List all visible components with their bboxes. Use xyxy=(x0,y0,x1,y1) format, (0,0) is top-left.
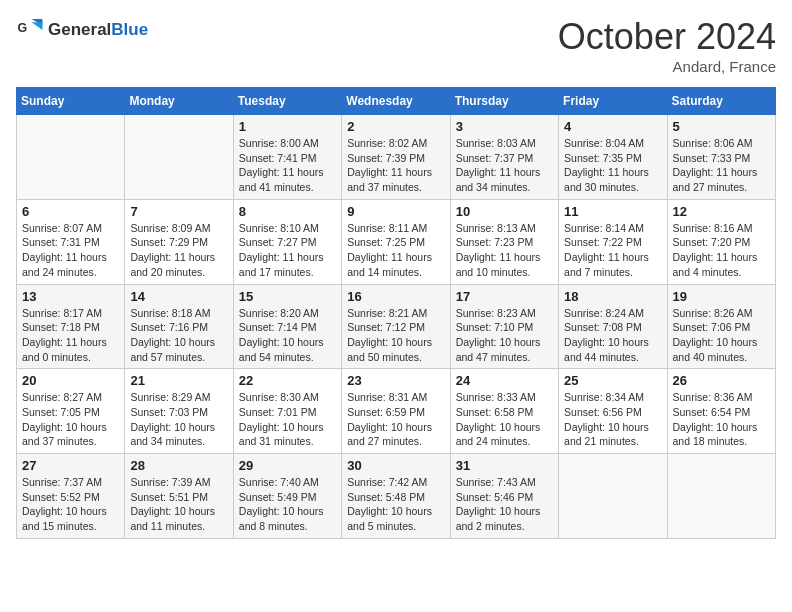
calendar-cell: 12Sunrise: 8:16 AM Sunset: 7:20 PM Dayli… xyxy=(667,199,775,284)
day-info: Sunrise: 8:33 AM Sunset: 6:58 PM Dayligh… xyxy=(456,390,553,449)
calendar-week-row: 13Sunrise: 8:17 AM Sunset: 7:18 PM Dayli… xyxy=(17,284,776,369)
weekday-header-wednesday: Wednesday xyxy=(342,88,450,115)
day-info: Sunrise: 8:18 AM Sunset: 7:16 PM Dayligh… xyxy=(130,306,227,365)
day-number: 2 xyxy=(347,119,444,134)
calendar-cell: 28Sunrise: 7:39 AM Sunset: 5:51 PM Dayli… xyxy=(125,454,233,539)
logo-general: General xyxy=(48,20,111,39)
calendar-cell: 21Sunrise: 8:29 AM Sunset: 7:03 PM Dayli… xyxy=(125,369,233,454)
day-info: Sunrise: 8:36 AM Sunset: 6:54 PM Dayligh… xyxy=(673,390,770,449)
calendar-cell: 7Sunrise: 8:09 AM Sunset: 7:29 PM Daylig… xyxy=(125,199,233,284)
calendar-cell: 20Sunrise: 8:27 AM Sunset: 7:05 PM Dayli… xyxy=(17,369,125,454)
calendar-week-row: 1Sunrise: 8:00 AM Sunset: 7:41 PM Daylig… xyxy=(17,115,776,200)
day-number: 19 xyxy=(673,289,770,304)
calendar-cell: 13Sunrise: 8:17 AM Sunset: 7:18 PM Dayli… xyxy=(17,284,125,369)
calendar-cell: 3Sunrise: 8:03 AM Sunset: 7:37 PM Daylig… xyxy=(450,115,558,200)
day-number: 13 xyxy=(22,289,119,304)
calendar-cell: 22Sunrise: 8:30 AM Sunset: 7:01 PM Dayli… xyxy=(233,369,341,454)
calendar-cell: 18Sunrise: 8:24 AM Sunset: 7:08 PM Dayli… xyxy=(559,284,667,369)
day-number: 29 xyxy=(239,458,336,473)
day-info: Sunrise: 8:03 AM Sunset: 7:37 PM Dayligh… xyxy=(456,136,553,195)
calendar-cell: 19Sunrise: 8:26 AM Sunset: 7:06 PM Dayli… xyxy=(667,284,775,369)
day-number: 4 xyxy=(564,119,661,134)
calendar-week-row: 20Sunrise: 8:27 AM Sunset: 7:05 PM Dayli… xyxy=(17,369,776,454)
day-number: 14 xyxy=(130,289,227,304)
location-title: Andard, France xyxy=(558,58,776,75)
day-info: Sunrise: 8:30 AM Sunset: 7:01 PM Dayligh… xyxy=(239,390,336,449)
svg-text:G: G xyxy=(18,21,28,35)
day-number: 25 xyxy=(564,373,661,388)
day-info: Sunrise: 8:20 AM Sunset: 7:14 PM Dayligh… xyxy=(239,306,336,365)
day-info: Sunrise: 7:42 AM Sunset: 5:48 PM Dayligh… xyxy=(347,475,444,534)
day-info: Sunrise: 8:00 AM Sunset: 7:41 PM Dayligh… xyxy=(239,136,336,195)
day-info: Sunrise: 8:13 AM Sunset: 7:23 PM Dayligh… xyxy=(456,221,553,280)
calendar-cell: 15Sunrise: 8:20 AM Sunset: 7:14 PM Dayli… xyxy=(233,284,341,369)
calendar-cell xyxy=(667,454,775,539)
calendar-header: SundayMondayTuesdayWednesdayThursdayFrid… xyxy=(17,88,776,115)
day-info: Sunrise: 8:27 AM Sunset: 7:05 PM Dayligh… xyxy=(22,390,119,449)
day-number: 7 xyxy=(130,204,227,219)
day-info: Sunrise: 8:34 AM Sunset: 6:56 PM Dayligh… xyxy=(564,390,661,449)
calendar-cell: 29Sunrise: 7:40 AM Sunset: 5:49 PM Dayli… xyxy=(233,454,341,539)
day-info: Sunrise: 8:10 AM Sunset: 7:27 PM Dayligh… xyxy=(239,221,336,280)
calendar-cell: 16Sunrise: 8:21 AM Sunset: 7:12 PM Dayli… xyxy=(342,284,450,369)
calendar-cell xyxy=(125,115,233,200)
calendar-cell: 2Sunrise: 8:02 AM Sunset: 7:39 PM Daylig… xyxy=(342,115,450,200)
calendar-cell: 4Sunrise: 8:04 AM Sunset: 7:35 PM Daylig… xyxy=(559,115,667,200)
svg-marker-2 xyxy=(32,22,43,30)
calendar-cell: 9Sunrise: 8:11 AM Sunset: 7:25 PM Daylig… xyxy=(342,199,450,284)
day-number: 9 xyxy=(347,204,444,219)
day-number: 15 xyxy=(239,289,336,304)
calendar-cell: 17Sunrise: 8:23 AM Sunset: 7:10 PM Dayli… xyxy=(450,284,558,369)
calendar-cell xyxy=(559,454,667,539)
day-info: Sunrise: 7:43 AM Sunset: 5:46 PM Dayligh… xyxy=(456,475,553,534)
calendar-cell: 1Sunrise: 8:00 AM Sunset: 7:41 PM Daylig… xyxy=(233,115,341,200)
weekday-header-monday: Monday xyxy=(125,88,233,115)
calendar-cell: 30Sunrise: 7:42 AM Sunset: 5:48 PM Dayli… xyxy=(342,454,450,539)
day-info: Sunrise: 8:14 AM Sunset: 7:22 PM Dayligh… xyxy=(564,221,661,280)
day-number: 11 xyxy=(564,204,661,219)
day-number: 17 xyxy=(456,289,553,304)
day-number: 31 xyxy=(456,458,553,473)
day-info: Sunrise: 8:02 AM Sunset: 7:39 PM Dayligh… xyxy=(347,136,444,195)
weekday-header-saturday: Saturday xyxy=(667,88,775,115)
calendar-cell xyxy=(17,115,125,200)
day-number: 24 xyxy=(456,373,553,388)
weekday-header-thursday: Thursday xyxy=(450,88,558,115)
month-title: October 2024 xyxy=(558,16,776,58)
day-info: Sunrise: 8:21 AM Sunset: 7:12 PM Dayligh… xyxy=(347,306,444,365)
calendar-cell: 25Sunrise: 8:34 AM Sunset: 6:56 PM Dayli… xyxy=(559,369,667,454)
page-header: G GeneralBlue October 2024 Andard, Franc… xyxy=(16,16,776,75)
day-number: 21 xyxy=(130,373,227,388)
calendar-cell: 23Sunrise: 8:31 AM Sunset: 6:59 PM Dayli… xyxy=(342,369,450,454)
calendar-body: 1Sunrise: 8:00 AM Sunset: 7:41 PM Daylig… xyxy=(17,115,776,539)
calendar-cell: 5Sunrise: 8:06 AM Sunset: 7:33 PM Daylig… xyxy=(667,115,775,200)
day-info: Sunrise: 7:40 AM Sunset: 5:49 PM Dayligh… xyxy=(239,475,336,534)
calendar-cell: 6Sunrise: 8:07 AM Sunset: 7:31 PM Daylig… xyxy=(17,199,125,284)
day-info: Sunrise: 8:29 AM Sunset: 7:03 PM Dayligh… xyxy=(130,390,227,449)
day-number: 16 xyxy=(347,289,444,304)
weekday-header-friday: Friday xyxy=(559,88,667,115)
day-number: 10 xyxy=(456,204,553,219)
calendar-table: SundayMondayTuesdayWednesdayThursdayFrid… xyxy=(16,87,776,539)
logo-icon: G xyxy=(16,16,44,44)
day-number: 5 xyxy=(673,119,770,134)
day-number: 20 xyxy=(22,373,119,388)
calendar-cell: 10Sunrise: 8:13 AM Sunset: 7:23 PM Dayli… xyxy=(450,199,558,284)
day-info: Sunrise: 7:39 AM Sunset: 5:51 PM Dayligh… xyxy=(130,475,227,534)
day-number: 28 xyxy=(130,458,227,473)
calendar-cell: 14Sunrise: 8:18 AM Sunset: 7:16 PM Dayli… xyxy=(125,284,233,369)
logo: G GeneralBlue xyxy=(16,16,148,44)
weekday-header-row: SundayMondayTuesdayWednesdayThursdayFrid… xyxy=(17,88,776,115)
day-info: Sunrise: 8:16 AM Sunset: 7:20 PM Dayligh… xyxy=(673,221,770,280)
day-info: Sunrise: 8:04 AM Sunset: 7:35 PM Dayligh… xyxy=(564,136,661,195)
day-number: 26 xyxy=(673,373,770,388)
weekday-header-tuesday: Tuesday xyxy=(233,88,341,115)
day-info: Sunrise: 8:31 AM Sunset: 6:59 PM Dayligh… xyxy=(347,390,444,449)
calendar-week-row: 27Sunrise: 7:37 AM Sunset: 5:52 PM Dayli… xyxy=(17,454,776,539)
day-info: Sunrise: 8:24 AM Sunset: 7:08 PM Dayligh… xyxy=(564,306,661,365)
day-number: 1 xyxy=(239,119,336,134)
day-info: Sunrise: 8:06 AM Sunset: 7:33 PM Dayligh… xyxy=(673,136,770,195)
day-number: 30 xyxy=(347,458,444,473)
calendar-week-row: 6Sunrise: 8:07 AM Sunset: 7:31 PM Daylig… xyxy=(17,199,776,284)
day-info: Sunrise: 8:11 AM Sunset: 7:25 PM Dayligh… xyxy=(347,221,444,280)
